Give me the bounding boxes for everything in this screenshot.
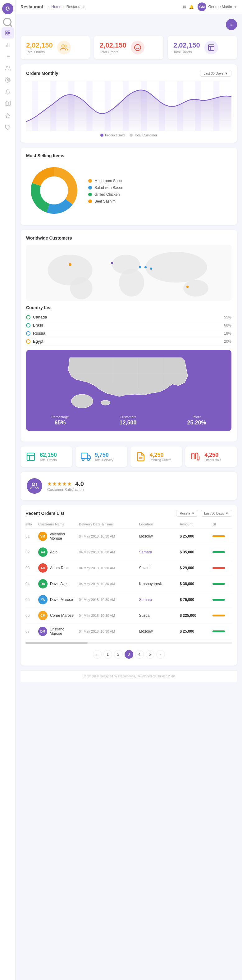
- customer-avatar: VM: [38, 531, 47, 541]
- pagination-page-2[interactable]: 2: [114, 650, 123, 659]
- col-customer: Customer Name: [38, 522, 77, 526]
- svg-point-64: [101, 400, 110, 405]
- location-text: Krasnoyanrsk: [139, 582, 162, 586]
- country-name-1: Canada: [33, 315, 47, 320]
- status-bar: [212, 615, 225, 616]
- row-no: 04: [25, 582, 37, 586]
- location-link[interactable]: Samara: [139, 550, 152, 554]
- customer-avatar: YA: [38, 595, 48, 605]
- usa-map: [26, 350, 231, 412]
- customer-name: Cristiano Marose: [50, 627, 77, 636]
- location-link[interactable]: Samara: [139, 598, 152, 602]
- col-date: Delivery Date & Time: [79, 522, 137, 526]
- row-amount: $ 75,000: [180, 598, 211, 602]
- sidebar-item-map[interactable]: [2, 98, 14, 109]
- table-row: 05 YA David Marose 04 May 2018, 10:30 AM…: [25, 592, 232, 608]
- svg-marker-20: [5, 113, 10, 118]
- breadcrumb-home[interactable]: Home: [51, 5, 61, 9]
- sidebar-item-list[interactable]: [2, 51, 14, 62]
- country-pct-4: 20%: [224, 339, 231, 344]
- content-area: ≡ 2,02,150 Total Orders 2,02,150 To: [16, 14, 242, 980]
- legend-label-product: Product Sold: [105, 133, 124, 137]
- pagination-page-4[interactable]: 4: [135, 650, 144, 659]
- table-row: 04 DA David Aziz 04 May 2018, 10:30 AM K…: [25, 576, 232, 592]
- svg-point-71: [82, 458, 84, 460]
- sat-label: Customer Satisfaction: [47, 487, 84, 492]
- legend-dot-product: [100, 134, 103, 137]
- table-header: #No Customer Name Delivery Date & Time L…: [25, 520, 232, 528]
- app-logo[interactable]: G: [2, 3, 13, 14]
- pagination-page-5[interactable]: 5: [146, 650, 154, 659]
- pagination-page-3[interactable]: 3: [124, 650, 133, 659]
- mini-stat-num-2: 9,750: [95, 452, 113, 458]
- row-no: 06: [25, 613, 37, 618]
- svg-point-59: [145, 266, 146, 268]
- country-left-2: Brasil: [26, 323, 43, 328]
- scroll-hint[interactable]: [25, 642, 232, 644]
- usa-stat-label-2: Customers: [119, 415, 137, 419]
- country-item-4: Egypt 20%: [26, 337, 231, 345]
- svg-point-16: [7, 80, 8, 81]
- monitor-icon[interactable]: 🖥: [182, 5, 186, 10]
- filter-country-dropdown[interactable]: Russia ▼: [176, 510, 198, 517]
- sidebar-item-star[interactable]: [2, 110, 14, 121]
- donut-label-1: Mushroom Soup: [94, 179, 122, 183]
- sidebar-item-settings[interactable]: [2, 75, 14, 86]
- donut-legend-item-4: Beef Sashimi: [88, 199, 123, 204]
- page-title: Restaurant: [21, 4, 43, 10]
- footer: Copyright © Designed by Digitalheaps, De…: [21, 671, 237, 682]
- pagination-prev[interactable]: ‹: [93, 650, 102, 659]
- country-pct-3: 18%: [224, 331, 231, 336]
- location-text: Moscow: [139, 629, 153, 633]
- orders-panel-header: Recent Orders List Russia ▼ Last 30 Days…: [25, 510, 232, 517]
- svg-marker-17: [5, 102, 10, 106]
- pagination-page-1[interactable]: 1: [103, 650, 112, 659]
- svg-point-63: [71, 394, 93, 408]
- satisfaction-icon: [27, 478, 42, 494]
- row-no: 07: [25, 629, 37, 633]
- table-row: 03 AR Adam Razu 04 May 2018, 10:30 AM Su…: [25, 560, 232, 576]
- sidebar-item-tag[interactable]: [2, 122, 14, 133]
- customer-cell: YA David Marose: [38, 595, 77, 605]
- status-bar: [212, 567, 225, 569]
- row-location: Suzdal: [139, 613, 178, 618]
- orders-monthly-header: Orders Monthly Last 30 Days ▼: [26, 70, 231, 77]
- most-selling-header: Most Selling Items: [26, 153, 231, 158]
- usa-map-section: Percentage 65% Customers 12,500 Profit 2…: [26, 350, 231, 431]
- mini-stat-icon-4: [189, 451, 201, 463]
- donut-legend: Mushroom Soup Salad with Bacon Grilled C…: [88, 179, 123, 204]
- sidebar-item-home[interactable]: [2, 27, 14, 38]
- stat-value-1: 2,02,150: [26, 41, 53, 49]
- breadcrumb-current: Restaurant: [67, 5, 85, 9]
- fab-button[interactable]: ≡: [226, 19, 237, 30]
- status-bar: [212, 551, 225, 553]
- country-name-2: Brasil: [33, 323, 43, 328]
- user-menu[interactable]: GM George Martin ▼: [197, 3, 237, 11]
- stat-icon-2: [131, 41, 145, 54]
- row-amount: $ 38,000: [180, 582, 211, 586]
- svg-point-54: [146, 252, 207, 283]
- stat-card-1: 2,02,150 Total Orders: [21, 36, 90, 59]
- col-location: Location: [139, 522, 178, 526]
- country-circle-3: [26, 331, 30, 336]
- customer-cell: Ad Adib: [38, 547, 77, 557]
- notification-icon[interactable]: 🔔: [189, 5, 194, 10]
- sidebar-item-bell[interactable]: [2, 86, 14, 97]
- customer-cell: DA David Aziz: [38, 579, 77, 589]
- svg-point-53: [119, 269, 144, 297]
- sidebar-item-users[interactable]: [2, 63, 14, 74]
- most-selling-title: Most Selling Items: [26, 153, 64, 158]
- usa-stat-3: Profit 25.20%: [187, 415, 206, 426]
- svg-rect-69: [27, 453, 35, 460]
- scroll-thumb: [25, 642, 88, 644]
- filter-period-dropdown[interactable]: Last 30 Days ▼: [201, 510, 232, 517]
- search-icon[interactable]: [2, 18, 13, 27]
- orders-monthly-dropdown[interactable]: Last 30 Days ▼: [200, 70, 231, 77]
- sidebar-item-chart[interactable]: [2, 39, 14, 50]
- delivery-datetime: 04 May 2018, 10:30 AM: [79, 598, 137, 601]
- donut-legend-item-1: Mushroom Soup: [88, 179, 123, 183]
- pagination-next[interactable]: ›: [156, 650, 165, 659]
- legend-product-sold: Product Sold: [100, 133, 124, 137]
- usa-stat-1: Percentage 65%: [51, 415, 68, 426]
- orders-panel-title: Recent Orders List: [25, 511, 64, 516]
